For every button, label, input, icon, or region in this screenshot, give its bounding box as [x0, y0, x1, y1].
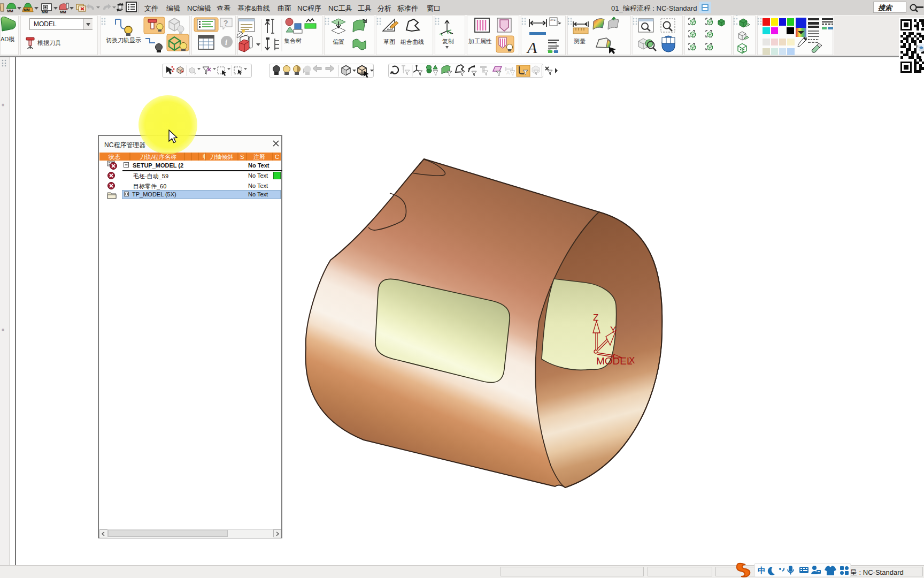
svg-text:Y: Y	[610, 325, 616, 335]
svg-text:状态: 状态	[108, 154, 120, 160]
svg-text:注释: 注释	[253, 154, 265, 160]
svg-text:刀轨/程序名称: 刀轨/程序名称	[140, 154, 176, 160]
svg-text:中: 中	[758, 566, 766, 575]
svg-text:MODEL: MODEL	[596, 355, 633, 367]
svg-text:S: S	[240, 154, 244, 160]
svg-text:刂: 刂	[200, 154, 206, 160]
svg-text:Z: Z	[593, 313, 598, 323]
svg-text:C: C	[275, 154, 279, 160]
svg-text:刀轴倾斜: 刀轴倾斜	[210, 154, 233, 160]
